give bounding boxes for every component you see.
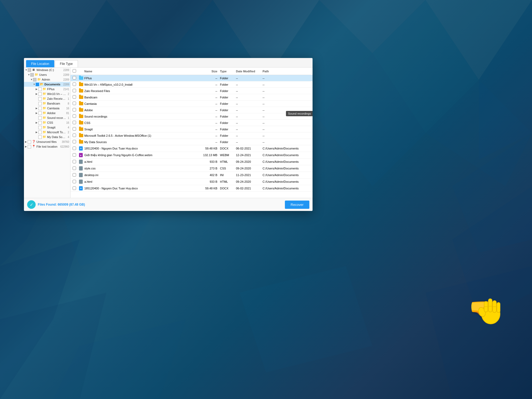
docx-icon: W bbox=[79, 146, 83, 151]
tree-checkbox-windows-c[interactable] bbox=[28, 68, 31, 72]
row-checkbox[interactable] bbox=[73, 153, 76, 157]
sidebar-item-snagit[interactable]: Snagit 4 bbox=[24, 125, 70, 130]
file-date: -- bbox=[236, 128, 263, 131]
row-checkbox[interactable] bbox=[73, 95, 76, 99]
sidebar-item-css[interactable]: ▶ CSS 16 bbox=[24, 120, 70, 125]
sidebar-item-windows-c[interactable]: ▼ Windows (C:) 2289 bbox=[24, 68, 70, 72]
sidebar-item-unsourced[interactable]: ▶ Unsourced files 39760 bbox=[24, 139, 70, 144]
table-row[interactable]: a.html 933 B HTML 09-24-2020 C:/Users/Ad… bbox=[70, 159, 313, 165]
row-checkbox[interactable] bbox=[73, 140, 76, 143]
row-checkbox[interactable] bbox=[73, 89, 76, 92]
sidebar-item-admin[interactable]: ▼ Admin 2289 bbox=[24, 77, 70, 82]
tree-checkbox-sound[interactable] bbox=[38, 116, 42, 120]
row-checkbox[interactable] bbox=[73, 82, 76, 86]
tree-checkbox-ms-toolkit[interactable] bbox=[38, 131, 42, 134]
table-row[interactable]: style.css 273 B CSS 09-24-2020 C:/Users/… bbox=[70, 165, 313, 172]
tree-checkbox-camtasia[interactable] bbox=[38, 107, 42, 110]
sidebar-item-win10[interactable]: ▶ Win10.Vn – KMS... 2 bbox=[24, 92, 70, 96]
table-row[interactable]: Snagit -- Folder -- -- bbox=[70, 126, 313, 132]
tree-checkbox-zalo[interactable] bbox=[38, 97, 42, 101]
file-path: -- bbox=[263, 102, 310, 105]
tree-checkbox-adobe[interactable] bbox=[38, 111, 42, 115]
tree-count: 8 bbox=[68, 102, 69, 105]
table-row[interactable]: a.html 933 B HTML 09-24-2020 C:/Users/Ad… bbox=[70, 178, 313, 185]
tree-checkbox-css[interactable] bbox=[38, 121, 42, 124]
header-date: Date Modified bbox=[236, 70, 263, 73]
sidebar-item-fplus[interactable]: ▶ FPlus 2141 bbox=[24, 87, 70, 92]
row-checkbox[interactable] bbox=[73, 134, 76, 137]
sidebar-item-zalo[interactable]: Zalo Received Fil... 1 bbox=[24, 96, 70, 101]
file-path: C:/Users/Admin/Documents bbox=[263, 187, 310, 190]
tree-checkbox-win10[interactable] bbox=[38, 92, 42, 96]
row-checkbox[interactable] bbox=[73, 160, 76, 163]
sidebar-item-users[interactable]: ▼ Users 2289 bbox=[24, 72, 70, 77]
file-date: -- bbox=[236, 102, 263, 105]
row-checkbox[interactable] bbox=[73, 180, 76, 183]
file-name: 185120400 - Nguyen Duc Tuan Huy.docx bbox=[84, 187, 193, 190]
table-row[interactable]: CSS -- Folder -- -- bbox=[70, 120, 313, 126]
folder-icon bbox=[79, 127, 83, 131]
header-size: Size bbox=[193, 70, 217, 73]
table-row[interactable]: Adobe -- Folder -- -- bbox=[70, 107, 313, 113]
row-checkbox[interactable] bbox=[73, 102, 76, 105]
row-checkbox[interactable] bbox=[73, 121, 76, 124]
file-path: -- bbox=[263, 89, 310, 93]
file-name: Zalo Received Files bbox=[84, 89, 193, 93]
sidebar-item-sound-recordings[interactable]: Sound recordings 1 bbox=[24, 115, 70, 120]
tree-checkbox-admin[interactable] bbox=[33, 78, 36, 81]
tree-label: Documents bbox=[44, 83, 63, 86]
tree-label: Adobe bbox=[47, 111, 65, 115]
table-row[interactable]: Bandicam -- Folder -- -- bbox=[70, 94, 313, 101]
table-row[interactable]: My Data Sources -- Folder -- -- bbox=[70, 139, 313, 145]
row-checkbox[interactable] bbox=[73, 127, 76, 131]
table-row[interactable]: W 185120400 - Nguyen Duc Tuan Huy.docx 5… bbox=[70, 145, 313, 152]
tab-file-location[interactable]: File Location bbox=[26, 60, 54, 67]
file-type: Folder bbox=[217, 109, 236, 112]
file-path: -- bbox=[263, 134, 310, 137]
sidebar-item-adobe[interactable]: ▶ Adobe 81 bbox=[24, 111, 70, 115]
table-row[interactable]: Microsoft Toolkit 2.6.5 - Active Window.… bbox=[70, 132, 313, 139]
table-row[interactable]: Sound recordings -- Folder -- -- bbox=[70, 113, 313, 120]
row-checkbox[interactable] bbox=[73, 114, 76, 118]
tree-checkbox-users[interactable] bbox=[30, 73, 34, 77]
table-row[interactable]: Camtasia -- Folder -- -- bbox=[70, 101, 313, 107]
header-check[interactable] bbox=[73, 69, 79, 73]
file-path: -- bbox=[263, 140, 310, 144]
table-row[interactable]: ▶ Giới thiệu không gian Trung Nguyên E-C… bbox=[70, 152, 313, 159]
table-row[interactable]: Zalo Received Files -- Folder -- -- bbox=[70, 88, 313, 94]
row-checkbox[interactable] bbox=[73, 76, 76, 80]
row-checkbox[interactable] bbox=[73, 173, 76, 177]
table-row[interactable]: desktop.ini 402 B INI 11-23-2021 C:/User… bbox=[70, 172, 313, 178]
tree-checkbox-unsourced[interactable] bbox=[28, 140, 31, 144]
table-row[interactable]: FPlus -- Folder -- -- bbox=[70, 75, 313, 81]
row-checkbox[interactable] bbox=[73, 108, 76, 111]
select-all-checkbox[interactable] bbox=[73, 69, 76, 73]
tree-label: Camtasia bbox=[47, 107, 65, 110]
tab-file-type[interactable]: File Type bbox=[55, 60, 78, 67]
tree-checkbox-lost-location[interactable] bbox=[28, 145, 31, 148]
table-row[interactable]: Win10.Vn – KMSpico_v10.2.0_Install -- Fo… bbox=[70, 81, 313, 88]
tree-checkbox-snagit[interactable] bbox=[38, 126, 42, 129]
expand-arrow: ▼ bbox=[33, 83, 36, 86]
tree-checkbox-documents[interactable] bbox=[36, 83, 39, 86]
sidebar-item-documents[interactable]: ▼ Documents 2289 bbox=[24, 82, 70, 87]
sidebar-item-ms-toolkit[interactable]: ▶ Microsoft Toolki... 2 bbox=[24, 130, 70, 135]
tree-count: 81 bbox=[66, 112, 69, 115]
folder-icon bbox=[35, 73, 38, 77]
tree-checkbox-fplus[interactable] bbox=[38, 88, 42, 91]
row-checkbox[interactable] bbox=[73, 147, 76, 150]
svg-marker-24 bbox=[239, 266, 372, 372]
file-size: -- bbox=[193, 140, 217, 144]
row-checkbox[interactable] bbox=[73, 186, 76, 190]
recover-button[interactable]: Recover bbox=[285, 201, 309, 209]
sidebar-item-camtasia[interactable]: ▶ Camtasia 16 bbox=[24, 106, 70, 111]
sidebar-item-lost-location[interactable]: ▶ File lost location 622960 bbox=[24, 144, 70, 149]
tree-checkbox-bandicam[interactable] bbox=[38, 102, 42, 105]
table-row[interactable]: W 185120400 - Nguyen Duc Tuan Huy.docx 5… bbox=[70, 185, 313, 192]
row-checkbox[interactable] bbox=[73, 167, 76, 170]
tree-checkbox-my-data-sources[interactable] bbox=[38, 135, 42, 139]
file-table-body: FPlus -- Folder -- -- Win10.Vn – KMSpico… bbox=[70, 75, 313, 198]
folder-icon bbox=[43, 135, 46, 139]
sidebar-item-bandicam[interactable]: Bandicam 8 bbox=[24, 101, 70, 106]
sidebar-item-my-data-sources[interactable]: My Data Sources 4 bbox=[24, 135, 70, 139]
